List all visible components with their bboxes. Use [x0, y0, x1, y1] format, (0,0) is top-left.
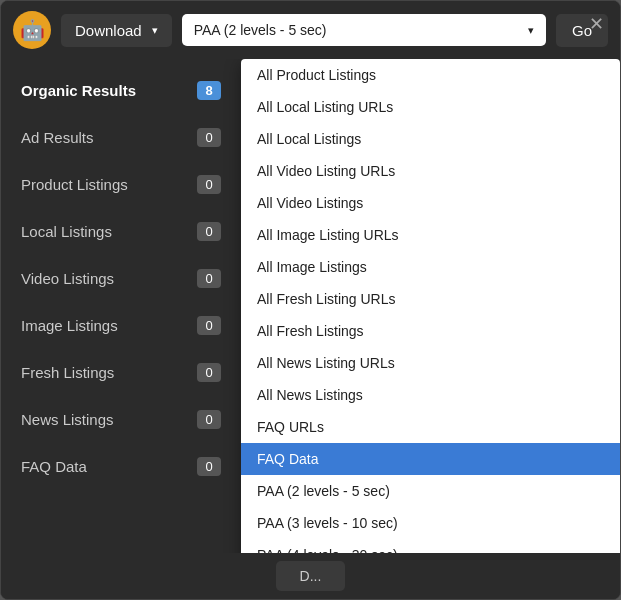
logo-icon: 🤖 [13, 11, 51, 49]
sidebar-item-faq-data[interactable]: FAQ Data0 [1, 443, 241, 490]
sidebar-item-image-listings[interactable]: Image Listings0 [1, 302, 241, 349]
sidebar-item-fresh-listings[interactable]: Fresh Listings0 [1, 349, 241, 396]
sidebar-item-label: FAQ Data [21, 458, 87, 475]
dropdown-item-all-image-listing-urls[interactable]: All Image Listing URLs [241, 219, 620, 251]
dropdown-list[interactable]: All Product ListingsAll Local Listing UR… [241, 59, 620, 553]
dropdown-item-all-news-listings[interactable]: All News Listings [241, 379, 620, 411]
bottom-bar: D... [1, 553, 620, 599]
sidebar-item-organic-results[interactable]: Organic Results8 [1, 67, 241, 114]
sidebar-item-video-listings[interactable]: Video Listings0 [1, 255, 241, 302]
sidebar-badge: 0 [197, 316, 221, 335]
sidebar-badge: 0 [197, 410, 221, 429]
dropdown-item-paa-3-10[interactable]: PAA (3 levels - 10 sec) [241, 507, 620, 539]
sidebar-item-label: Ad Results [21, 129, 94, 146]
sidebar-item-label: News Listings [21, 411, 114, 428]
chevron-down-icon: ▾ [152, 24, 158, 37]
sidebar-item-product-listings[interactable]: Product Listings0 [1, 161, 241, 208]
sidebar-badge: 0 [197, 222, 221, 241]
dropdown-item-all-local-listing-urls[interactable]: All Local Listing URLs [241, 91, 620, 123]
chevron-down-icon: ▾ [528, 24, 534, 37]
sidebar-item-local-listings[interactable]: Local Listings0 [1, 208, 241, 255]
dropdown-item-paa-4-30[interactable]: PAA (4 levels - 30 sec) [241, 539, 620, 553]
content-area: All Product ListingsAll Local Listing UR… [241, 59, 620, 553]
main-area: Organic Results8Ad Results0Product Listi… [1, 59, 620, 553]
sidebar-item-label: Local Listings [21, 223, 112, 240]
close-button[interactable]: ✕ [583, 11, 610, 37]
dropdown-item-all-video-listing-urls[interactable]: All Video Listing URLs [241, 155, 620, 187]
dropdown-item-all-news-listing-urls[interactable]: All News Listing URLs [241, 347, 620, 379]
dropdown-item-all-product-listings[interactable]: All Product Listings [241, 59, 620, 91]
dropdown-item-all-fresh-listing-urls[interactable]: All Fresh Listing URLs [241, 283, 620, 315]
dropdown-item-faq-data[interactable]: FAQ Data [241, 443, 620, 475]
dropdown-item-all-fresh-listings[interactable]: All Fresh Listings [241, 315, 620, 347]
sidebar-item-label: Image Listings [21, 317, 118, 334]
titlebar: 🤖 Download ▾ PAA (2 levels - 5 sec) ▾ Go… [1, 1, 620, 59]
sidebar-badge: 0 [197, 175, 221, 194]
sidebar-item-label: Organic Results [21, 82, 136, 99]
sidebar-badge: 8 [197, 81, 221, 100]
sidebar-item-ad-results[interactable]: Ad Results0 [1, 114, 241, 161]
sidebar-item-label: Video Listings [21, 270, 114, 287]
dropdown-overlay: All Product ListingsAll Local Listing UR… [241, 59, 620, 553]
download-bottom-button[interactable]: D... [276, 561, 346, 591]
sidebar-badge: 0 [197, 128, 221, 147]
sidebar-item-label: Product Listings [21, 176, 128, 193]
dropdown-item-all-video-listings[interactable]: All Video Listings [241, 187, 620, 219]
dropdown-item-faq-urls[interactable]: FAQ URLs [241, 411, 620, 443]
main-window: 🤖 Download ▾ PAA (2 levels - 5 sec) ▾ Go… [0, 0, 621, 600]
dropdown-item-all-image-listings[interactable]: All Image Listings [241, 251, 620, 283]
sidebar-badge: 0 [197, 363, 221, 382]
dropdown-item-paa-2-5[interactable]: PAA (2 levels - 5 sec) [241, 475, 620, 507]
dropdown-item-all-local-listings[interactable]: All Local Listings [241, 123, 620, 155]
sidebar-badge: 0 [197, 457, 221, 476]
sidebar-item-label: Fresh Listings [21, 364, 114, 381]
sidebar: Organic Results8Ad Results0Product Listi… [1, 59, 241, 553]
download-button[interactable]: Download ▾ [61, 14, 172, 47]
sidebar-badge: 0 [197, 269, 221, 288]
dropdown-menu: All Product ListingsAll Local Listing UR… [241, 59, 620, 553]
sidebar-item-news-listings[interactable]: News Listings0 [1, 396, 241, 443]
paa-select[interactable]: PAA (2 levels - 5 sec) ▾ [182, 14, 546, 46]
